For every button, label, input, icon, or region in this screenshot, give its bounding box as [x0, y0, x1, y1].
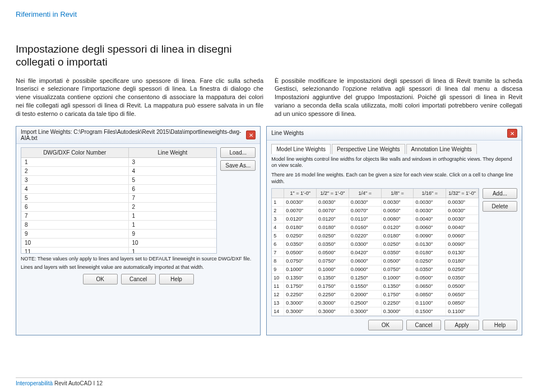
table-row[interactable]: 99: [21, 230, 216, 239]
tab-model-line-weights[interactable]: Model Line Weights: [271, 144, 331, 154]
tab-perspective-line-weights[interactable]: Perspective Line Weights: [332, 144, 405, 154]
table-row[interactable]: 57: [21, 194, 216, 203]
cancel-button[interactable]: Cancel: [121, 274, 156, 284]
import-line-weights-dialog: Import Line Weights: C:\Program Files\Au…: [16, 126, 261, 335]
note-line-1: NOTE: These values only apply to lines a…: [21, 256, 256, 262]
tab-description-2: There are 16 model line weights. Each ca…: [271, 172, 517, 185]
col-header-color: DWG/DXF Color Number: [21, 148, 129, 157]
dialog-title-text: Line Weights: [271, 130, 304, 136]
table-row[interactable]: 140.3000"0.3000"0.3000"0.3000"0.1500"0.1…: [272, 307, 479, 316]
table-row[interactable]: 20.0070"0.0070"0.0070"0.0050"0.0030"0.00…: [272, 207, 479, 215]
table-row[interactable]: 81: [21, 221, 216, 230]
model-line-weights-table: 1" = 1'-0"1/2" = 1'-0"1/4" =1/8" =1/16" …: [271, 188, 479, 316]
tab-annotation-line-weights[interactable]: Annotation Line Weights: [406, 144, 477, 154]
table-row[interactable]: 71: [21, 212, 216, 221]
close-icon[interactable]: ✕: [246, 130, 256, 139]
article-columns: Nei file importati è possibile specifica…: [16, 77, 522, 118]
col-header: 1/2" = 1'-0": [317, 189, 349, 198]
col-header: 1" = 1'-0": [284, 189, 317, 198]
load-button[interactable]: Load...: [220, 147, 256, 158]
table-row[interactable]: 30.0120"0.0120"0.0110"0.0080"0.0040"0.00…: [272, 215, 479, 223]
ok-button[interactable]: OK: [83, 274, 118, 284]
line-weights-dialog: Line Weights ✕ Model Line Weights Perspe…: [266, 126, 522, 335]
table-row[interactable]: 40.0180"0.0180"0.0160"0.0120"0.0060"0.00…: [272, 223, 479, 232]
table-row[interactable]: 100.1350"0.1350"0.1250"0.1000"0.0500"0.0…: [272, 274, 479, 282]
article-title: Impostazione degli spessori di linea in …: [16, 43, 273, 69]
close-icon[interactable]: ✕: [507, 129, 517, 138]
footer-label: Interoperabilità: [16, 380, 53, 386]
table-row[interactable]: 10.0030"0.0030"0.0030"0.0030"0.0030"0.00…: [272, 198, 479, 207]
col-header: 1/8" =: [382, 189, 414, 198]
table-row[interactable]: 62: [21, 203, 216, 212]
tab-description-1: Model line weights control line widths f…: [271, 156, 517, 169]
table-row[interactable]: 1010: [21, 239, 216, 248]
table-row[interactable]: 60.0350"0.0350"0.0300"0.0250"0.0130"0.00…: [272, 240, 479, 249]
col-header: 1/16" =: [414, 189, 446, 198]
table-row[interactable]: 111: [21, 248, 216, 253]
dialog-title-bar: Import Line Weights: C:\Program Files\Au…: [16, 127, 260, 144]
save-as-button[interactable]: Save As...: [220, 160, 256, 171]
lineweight-map-table: DWG/DXF Color Number Line Weight 1324354…: [21, 147, 217, 254]
article-col-2: È possibile modificare le impostazioni d…: [275, 77, 522, 118]
ok-button[interactable]: OK: [368, 320, 403, 330]
help-button[interactable]: Help: [483, 320, 517, 330]
table-row[interactable]: 46: [21, 185, 216, 194]
table-row[interactable]: 80.0750"0.0750"0.0600"0.0500"0.0250"0.01…: [272, 257, 479, 265]
table-row[interactable]: 70.0500"0.0500"0.0420"0.0350"0.0180"0.01…: [272, 249, 479, 257]
table-row[interactable]: 35: [21, 176, 216, 185]
col-header: 1/4" =: [349, 189, 382, 198]
dialog-title-bar: Line Weights ✕: [267, 127, 522, 141]
table-row[interactable]: 50.0250"0.0250"0.0220"0.0180"0.0090"0.00…: [272, 232, 479, 240]
col-header-weight: Line Weight: [129, 148, 217, 157]
dialog-title-text: Import Line Weights: C:\Program Files\Au…: [21, 129, 246, 141]
delete-button[interactable]: Delete: [483, 201, 517, 212]
table-row[interactable]: 130.3000"0.3000"0.2500"0.2250"0.1100"0.0…: [272, 299, 479, 307]
table-row[interactable]: 13: [21, 158, 216, 167]
table-row[interactable]: 24: [21, 167, 216, 176]
breadcrumb: Riferimenti in Revit: [16, 10, 522, 18]
tab-bar: Model Line Weights Perspective Line Weig…: [271, 144, 517, 154]
page-footer: Interoperabilità Revit AutoCAD I 12: [16, 377, 522, 386]
table-row[interactable]: 120.2250"0.2250"0.2000"0.1750"0.0850"0.0…: [272, 291, 479, 299]
note-line-2: Lines and layers with set lineweight val…: [21, 264, 256, 270]
col-header: 1/32" = 1'-0": [446, 189, 479, 198]
table-row[interactable]: 90.1000"0.1000"0.0900"0.0750"0.0350"0.02…: [272, 265, 479, 274]
apply-button[interactable]: Apply: [444, 320, 479, 330]
cancel-button[interactable]: Cancel: [406, 320, 441, 330]
footer-page: Revit AutoCAD I 12: [53, 380, 103, 386]
article-col-1: Nei file importati è possibile specifica…: [16, 77, 263, 118]
add-button[interactable]: Add...: [483, 188, 517, 199]
help-button[interactable]: Help: [159, 274, 194, 284]
table-row[interactable]: 110.1750"0.1750"0.1550"0.1350"0.0650"0.0…: [272, 282, 479, 291]
